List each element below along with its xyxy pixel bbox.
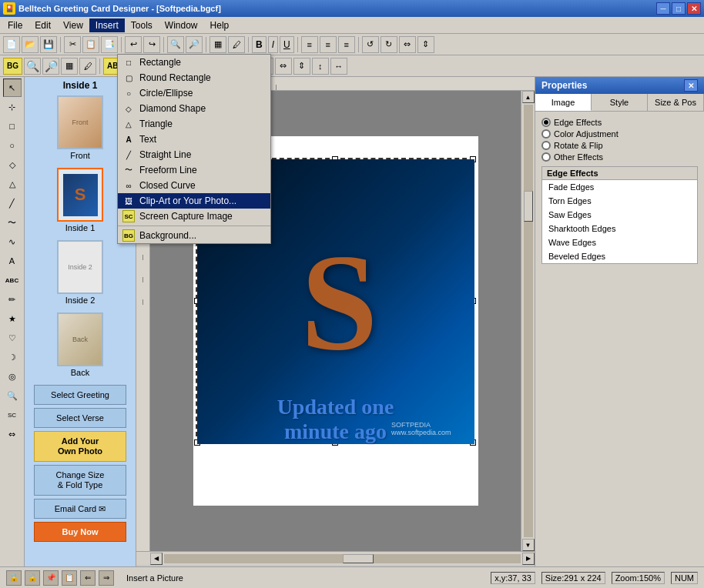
radio-color-adjustment[interactable]: Color Adjustment xyxy=(541,129,698,139)
zoom-out-button[interactable]: 🔎 xyxy=(186,36,203,53)
extra2-button[interactable]: ↔ xyxy=(330,58,347,75)
tab-size-pos[interactable]: Size & Pos xyxy=(648,94,704,111)
card-thumb-inside2[interactable]: Inside 2 xyxy=(57,240,103,294)
menu-freeform-line[interactable]: 〜 Freeform Line xyxy=(118,162,270,178)
tool-text[interactable]: A xyxy=(3,252,22,270)
extra1-button[interactable]: ↕ xyxy=(312,58,329,75)
tool-star[interactable]: ★ xyxy=(3,309,22,328)
paint-button[interactable]: 🖊 xyxy=(228,36,245,53)
horizontal-scrollbar[interactable]: ◀ ▶ xyxy=(136,551,535,565)
hscroll-right-button[interactable]: ▶ xyxy=(522,553,535,565)
tool-line[interactable]: ╱ xyxy=(3,194,22,212)
cut-button[interactable]: ✂ xyxy=(64,36,81,53)
align-center-button[interactable]: ≡ xyxy=(320,36,337,53)
properties-close-button[interactable]: ✕ xyxy=(684,79,698,92)
tool-zoom[interactable]: 🔍 xyxy=(3,386,22,405)
status-icon-5[interactable]: ⇐ xyxy=(80,570,96,586)
tool-heart[interactable]: ♡ xyxy=(3,329,22,347)
radio-rotate-flip[interactable]: Rotate & Flip xyxy=(541,141,698,150)
vscroll-track[interactable] xyxy=(524,105,533,537)
buy-now-button[interactable]: Buy Now xyxy=(34,522,126,542)
vertical-scrollbar[interactable]: ▲ ▼ xyxy=(521,91,535,551)
fliph2-button[interactable]: ⇔ xyxy=(275,58,292,75)
status-icon-6[interactable]: ⇒ xyxy=(99,570,114,586)
new-button[interactable]: 📄 xyxy=(3,36,20,53)
tool-moon[interactable]: ☽ xyxy=(3,348,22,366)
flip-v-button[interactable]: ⇕ xyxy=(417,36,434,53)
card-thumb-back[interactable]: Back xyxy=(57,312,103,366)
email-card-button[interactable]: Email Card ✉ xyxy=(34,499,126,519)
menu-screen-capture[interactable]: SC Screen Capture Image xyxy=(118,209,270,224)
status-icon-4[interactable]: 📋 xyxy=(62,570,77,586)
tool-triangle[interactable]: △ xyxy=(3,175,22,193)
select-verse-button[interactable]: Select Verse xyxy=(34,408,126,428)
tool-sc[interactable]: SC xyxy=(3,406,22,424)
align-left-button[interactable]: ≡ xyxy=(301,36,318,53)
radio-edge-effects[interactable]: Edge Effects xyxy=(541,118,698,127)
copy-button[interactable]: 📋 xyxy=(82,36,99,53)
card-thumb-inside1[interactable]: S xyxy=(57,168,103,222)
status-icon-3[interactable]: 📌 xyxy=(43,570,59,586)
open-button[interactable]: 📂 xyxy=(22,36,39,53)
select-greeting-button[interactable]: Select Greeting xyxy=(34,385,126,405)
menu-triangle[interactable]: △ Triangle xyxy=(118,116,270,132)
table-button[interactable]: ▦ xyxy=(61,58,78,75)
add-photo-button[interactable]: Add YourOwn Photo xyxy=(34,431,126,462)
status-icon-2[interactable]: 🔓 xyxy=(25,570,40,586)
menu-insert[interactable]: Insert xyxy=(89,18,125,32)
hscroll-track[interactable] xyxy=(164,554,521,563)
menu-circle[interactable]: ○ Circle/Ellipse xyxy=(118,85,270,101)
tool-misc[interactable]: ◎ xyxy=(3,367,22,386)
menu-window[interactable]: Window xyxy=(159,18,204,32)
menu-edit[interactable]: Edit xyxy=(28,18,57,32)
menu-closed-curve[interactable]: ∞ Closed Curve xyxy=(118,178,270,193)
tool-curve[interactable]: ∿ xyxy=(3,232,22,251)
zoom-out2-button[interactable]: 🔎 xyxy=(42,58,59,75)
rotate-left-button[interactable]: ↺ xyxy=(362,36,379,53)
tool-expand[interactable]: ⇔ xyxy=(3,425,22,443)
zoom-in-button[interactable]: 🔍 xyxy=(167,36,184,53)
edge-beveled[interactable]: Beveled Edges xyxy=(542,249,697,263)
menu-help[interactable]: Help xyxy=(204,18,236,32)
menu-rectangle[interactable]: □ Rectangle xyxy=(118,55,270,70)
bold-button[interactable]: B xyxy=(252,36,267,53)
paste-button[interactable]: 📑 xyxy=(101,36,118,53)
flip-h-button[interactable]: ⇔ xyxy=(399,36,416,53)
menu-round-rectangle[interactable]: ▢ Round Rectangle xyxy=(118,70,270,85)
save-button[interactable]: 💾 xyxy=(40,36,57,53)
card-thumb-front[interactable]: Front xyxy=(57,95,103,149)
hscroll-thumb[interactable] xyxy=(343,554,374,563)
rotate-right-button[interactable]: ↻ xyxy=(380,36,397,53)
edge-saw[interactable]: Saw Edges xyxy=(542,208,697,222)
tool-ellipse[interactable]: ○ xyxy=(3,136,22,155)
tool-rect[interactable]: □ xyxy=(3,117,22,135)
grid-button[interactable]: ▦ xyxy=(210,36,226,53)
menu-view[interactable]: View xyxy=(57,18,89,32)
tab-image[interactable]: Image xyxy=(535,94,592,111)
highlight-button[interactable]: 🖊 xyxy=(79,58,96,75)
vscroll-down-button[interactable]: ▼ xyxy=(522,539,535,551)
menu-tools[interactable]: Tools xyxy=(125,18,159,32)
menu-background[interactable]: BG Background... xyxy=(118,228,270,243)
italic-button[interactable]: I xyxy=(268,36,278,53)
align-right-button[interactable]: ≡ xyxy=(338,36,355,53)
zoom-in2-button[interactable]: 🔍 xyxy=(24,58,41,75)
menu-text[interactable]: A Text xyxy=(118,132,270,147)
menu-diamond[interactable]: ◇ Diamond Shape xyxy=(118,101,270,116)
tool-freeform[interactable]: 〜 xyxy=(3,213,22,232)
close-button[interactable]: ✕ xyxy=(687,2,701,15)
menu-straight-line[interactable]: ╱ Straight Line xyxy=(118,147,270,162)
undo-button[interactable]: ↩ xyxy=(125,36,142,53)
minimize-button[interactable]: ─ xyxy=(656,2,670,15)
tool-diamond[interactable]: ◇ xyxy=(3,155,22,174)
tool-select[interactable]: ↖ xyxy=(3,79,22,97)
change-size-button[interactable]: Change Size& Fold Type xyxy=(34,465,126,496)
status-icon-1[interactable]: 🔒 xyxy=(6,570,22,586)
tool-paint[interactable]: ✏ xyxy=(3,290,22,309)
vscroll-up-button[interactable]: ▲ xyxy=(522,91,535,103)
tool-abc[interactable]: ABC xyxy=(3,271,22,289)
tool-node[interactable]: ⊹ xyxy=(3,98,22,116)
menu-file[interactable]: File xyxy=(2,18,28,32)
titlebar-controls[interactable]: ─ □ ✕ xyxy=(656,2,701,15)
underline-button[interactable]: U xyxy=(280,36,294,53)
